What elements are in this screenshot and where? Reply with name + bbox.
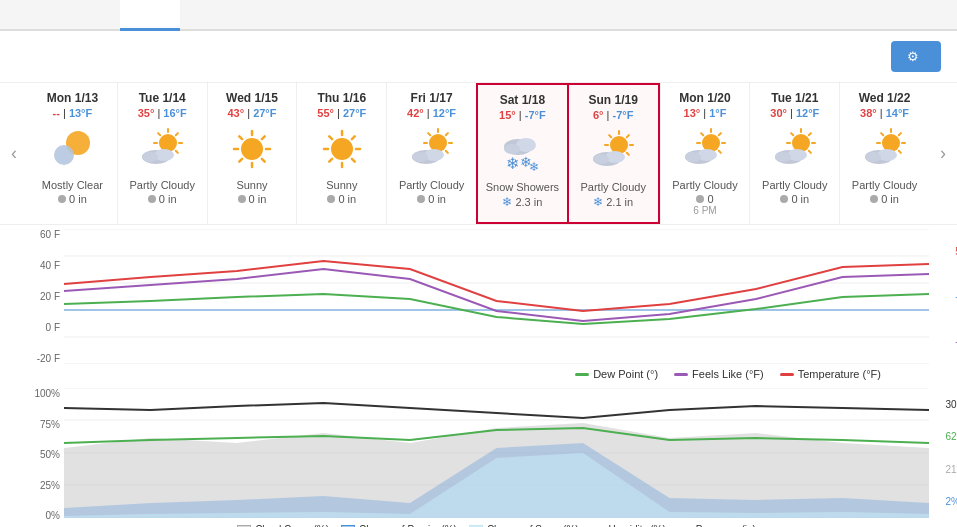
day-precip: ❄ 2.3 in: [482, 195, 563, 209]
svg-line-94: [898, 133, 900, 135]
day-name: Thu 1/16: [301, 91, 382, 105]
temp-chart-svg: [64, 229, 929, 364]
svg-line-88: [898, 151, 900, 153]
svg-text:❄: ❄: [529, 160, 539, 174]
chart1-inner: 5 °F -5 °F -6 °F: [64, 229, 929, 364]
svg-point-1: [54, 145, 74, 165]
tab-hourly[interactable]: [60, 0, 120, 31]
svg-line-8: [158, 133, 160, 135]
tab-bar: [0, 0, 957, 31]
prev-arrow[interactable]: ‹: [0, 83, 28, 224]
day-name: Mon 1/13: [32, 91, 113, 105]
day-precip: 0 in: [754, 193, 835, 205]
day-col-5[interactable]: Sat 1/1815° | -7°F ❄ ❄ ❄ Snow Showers❄ 2…: [476, 83, 568, 224]
weather-icon: [318, 125, 366, 173]
weather-icon: [771, 125, 819, 173]
svg-point-46: [504, 144, 520, 154]
day-col-2[interactable]: Wed 1/1543° | 27°F Sunny 0 in: [207, 83, 297, 224]
weather-icon: [589, 127, 637, 175]
day-temps: 30° | 12°F: [754, 107, 835, 119]
day-precip: 0 in: [301, 193, 382, 205]
day-temps: 55° | 27°F: [301, 107, 382, 119]
precip-chart-svg: [64, 388, 929, 518]
day-temps: 35° | 16°F: [122, 107, 203, 119]
day-condition: Partly Cloudy: [573, 181, 654, 193]
weather-icon: [228, 125, 276, 173]
day-name: Sun 1/19: [573, 93, 654, 107]
svg-line-56: [609, 135, 611, 137]
weather-grid: ‹ Mon 1/13-- | 13°F Mostly Clear 0 inTue…: [0, 82, 957, 225]
day-col-0[interactable]: Mon 1/13-- | 13°F Mostly Clear 0 in: [28, 83, 117, 224]
svg-line-22: [262, 136, 265, 139]
day-name: Tue 1/14: [122, 91, 203, 105]
svg-line-18: [239, 159, 242, 162]
svg-line-38: [428, 133, 430, 135]
day-name: Fri 1/17: [391, 91, 472, 105]
svg-point-23: [331, 138, 353, 160]
next-arrow[interactable]: ›: [929, 83, 957, 224]
svg-line-20: [239, 136, 242, 139]
day-col-6[interactable]: Sun 1/196° | -7°F Partly Cloudy❄ 2.1 in: [568, 83, 660, 224]
tab-today[interactable]: [0, 0, 60, 31]
day-time-note: 6 PM: [665, 205, 746, 216]
weather-icon: [408, 125, 456, 173]
svg-line-70: [719, 133, 721, 135]
day-col-3[interactable]: Thu 1/1655° | 27°F Sunny 0 in: [296, 83, 386, 224]
day-temps: 13° | 1°F: [665, 107, 746, 119]
weather-icon: [861, 125, 909, 173]
day-condition: Partly Cloudy: [391, 179, 472, 191]
svg-point-97: [865, 152, 881, 162]
svg-line-16: [262, 159, 265, 162]
day-precip: 0 in: [212, 193, 293, 205]
day-precip: 0: [665, 193, 746, 205]
day-col-4[interactable]: Fri 1/1742° | 12°F Partly Cloudy 0 in: [386, 83, 476, 224]
svg-line-4: [176, 151, 178, 153]
svg-line-52: [627, 153, 629, 155]
day-col-9[interactable]: Wed 1/2238° | 14°F Partly Cloudy 0 in: [839, 83, 929, 224]
temp-chart-area: 60 F 40 F 20 F 0 F -20 F 5 °F -5 °F: [28, 229, 929, 384]
svg-line-31: [352, 136, 355, 139]
precip-chart-area: 100% 75% 50% 25% 0% 30.53 in: [28, 388, 929, 527]
day-condition: Snow Showers: [482, 181, 563, 193]
weather-icon: [48, 125, 96, 173]
customize-button[interactable]: ⚙: [891, 41, 941, 72]
day-name: Mon 1/20: [665, 91, 746, 105]
days-container: Mon 1/13-- | 13°F Mostly Clear 0 inTue 1…: [28, 83, 929, 224]
svg-line-80: [791, 133, 793, 135]
day-condition: Sunny: [301, 179, 382, 191]
toolbar: ⚙: [0, 31, 957, 82]
tab-10day[interactable]: [120, 0, 180, 31]
day-col-8[interactable]: Tue 1/2130° | 12°F Partly Cloudy 0 in: [749, 83, 839, 224]
chart1-y-labels: 60 F 40 F 20 F 0 F -20 F: [28, 229, 64, 364]
svg-point-43: [412, 152, 428, 162]
day-condition: Partly Cloudy: [665, 179, 746, 191]
day-temps: -- | 13°F: [32, 107, 113, 119]
weather-icon: [681, 125, 729, 173]
dew-point-legend-color: [575, 373, 589, 376]
day-temps: 42° | 12°F: [391, 107, 472, 119]
svg-point-14: [241, 138, 263, 160]
svg-point-73: [685, 152, 701, 162]
tab-history[interactable]: [240, 0, 300, 31]
day-col-7[interactable]: Mon 1/2013° | 1°F Partly Cloudy 06 PM: [660, 83, 750, 224]
svg-line-92: [881, 133, 883, 135]
day-precip: 0 in: [32, 193, 113, 205]
weather-icon: ❄ ❄ ❄: [498, 127, 546, 175]
day-temps: 15° | -7°F: [482, 109, 563, 121]
chart2-legend: Cloud Cover (%) Chance of Precip. (%) Ch…: [64, 518, 929, 527]
weather-icon: [138, 125, 186, 173]
tab-wundermap[interactable]: [300, 0, 360, 31]
day-name: Wed 1/22: [844, 91, 925, 105]
svg-line-34: [445, 151, 447, 153]
svg-line-68: [701, 133, 703, 135]
tab-calendar[interactable]: [180, 0, 240, 31]
day-condition: Partly Cloudy: [754, 179, 835, 191]
svg-line-64: [719, 151, 721, 153]
svg-point-85: [775, 152, 791, 162]
temperature-legend-color: [780, 373, 794, 376]
svg-line-27: [329, 159, 332, 162]
day-temps: 6° | -7°F: [573, 109, 654, 121]
feels-like-legend-color: [674, 373, 688, 376]
day-col-1[interactable]: Tue 1/1435° | 16°F Partly Cloudy 0 in: [117, 83, 207, 224]
day-condition: Partly Cloudy: [844, 179, 925, 191]
